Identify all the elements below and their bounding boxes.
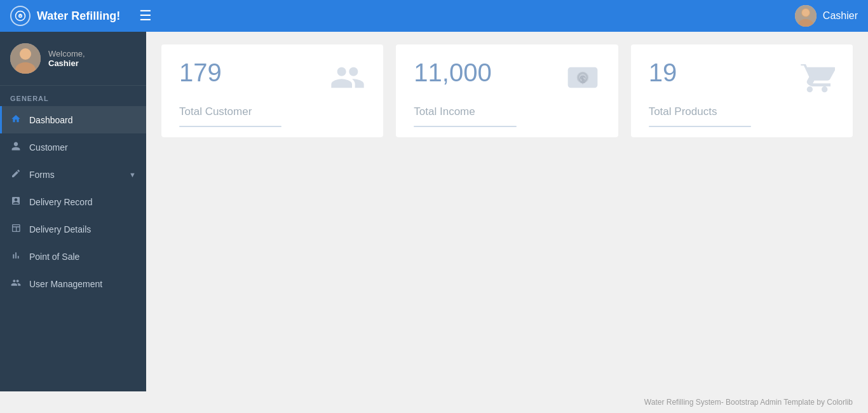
svg-point-7 — [20, 48, 31, 60]
users-icon — [10, 278, 22, 290]
footer: Water Refilling System- Bootstrap Admin … — [0, 391, 868, 413]
brand-title: Water Refilling! — [37, 10, 120, 23]
stat-label-customer: Total Customer — [179, 105, 365, 118]
topnav-right: Cashier — [795, 5, 858, 27]
brand-icon — [10, 6, 31, 26]
sidebar-label-customer: Customer — [29, 142, 68, 152]
sidebar-item-user-management[interactable]: User Management — [0, 270, 146, 297]
stat-card-products: 19 Total Products — [631, 44, 853, 137]
stat-divider-income — [414, 126, 516, 127]
sidebar-item-point-of-sale[interactable]: Point of Sale — [0, 243, 146, 270]
sidebar-profile: Welcome, Cashier — [0, 32, 146, 86]
sidebar-item-delivery-record[interactable]: Delivery Record — [0, 188, 146, 215]
sidebar-avatar — [10, 43, 41, 74]
sidebar: Welcome, Cashier GENERAL Dashboard Custo… — [0, 32, 146, 391]
footer-text: Water Refilling System- Bootstrap Admin … — [644, 398, 853, 407]
sidebar-item-forms[interactable]: Forms ▼ — [0, 161, 146, 188]
money-icon: $ ① — [565, 60, 600, 100]
sidebar-label-delivery-record: Delivery Record — [29, 197, 93, 207]
sidebar-label-delivery-details: Delivery Details — [29, 224, 91, 234]
svg-point-5 — [802, 9, 810, 17]
stat-card-customer: 179 Total Customer — [161, 44, 383, 137]
content-empty-area — [161, 150, 853, 379]
sidebar-label-user-management: User Management — [29, 279, 102, 289]
svg-text:①: ① — [578, 74, 587, 85]
stat-number-customer: 179 — [179, 60, 222, 85]
stats-cards-row: 179 Total Customer 11,000 $ — [161, 44, 853, 137]
topnav-avatar — [795, 5, 817, 27]
sidebar-item-customer[interactable]: Customer — [0, 133, 146, 161]
stat-card-income: 11,000 $ ① Total Income — [396, 44, 618, 137]
sidebar-item-dashboard[interactable]: Dashboard — [0, 106, 146, 133]
sidebar-label-forms: Forms — [29, 170, 55, 180]
people-icon — [330, 60, 365, 100]
cart-icon — [799, 60, 835, 100]
hamburger-button[interactable]: ☰ — [139, 8, 152, 24]
stat-label-income: Total Income — [414, 105, 600, 118]
stat-number-income: 11,000 — [414, 60, 491, 85]
sidebar-label-point-of-sale: Point of Sale — [29, 252, 79, 262]
stat-label-products: Total Products — [649, 105, 835, 118]
sidebar-profile-text: Welcome, Cashier — [48, 49, 85, 68]
topnav-username: Cashier — [823, 10, 858, 22]
main-content: 179 Total Customer 11,000 $ — [146, 32, 868, 391]
user-icon — [10, 141, 22, 153]
sidebar-username: Cashier — [48, 58, 85, 68]
sidebar-label-dashboard: Dashboard — [29, 115, 73, 125]
list-icon — [10, 196, 22, 208]
edit-icon — [10, 168, 22, 180]
home-icon — [10, 114, 22, 126]
main-layout: Welcome, Cashier GENERAL Dashboard Custo… — [0, 32, 868, 391]
stat-number-products: 19 — [649, 60, 677, 85]
table-icon — [10, 223, 22, 235]
chevron-down-icon: ▼ — [129, 171, 136, 179]
sidebar-welcome: Welcome, — [48, 49, 85, 58]
topnav: Water Refilling! ☰ Cashier — [0, 0, 868, 32]
stat-divider-customer — [179, 126, 281, 127]
sidebar-section-label: GENERAL — [0, 86, 146, 106]
brand: Water Refilling! ☰ — [10, 6, 795, 26]
bar-chart-icon — [10, 250, 22, 262]
stat-divider-products — [649, 126, 751, 127]
sidebar-item-delivery-details[interactable]: Delivery Details — [0, 215, 146, 243]
